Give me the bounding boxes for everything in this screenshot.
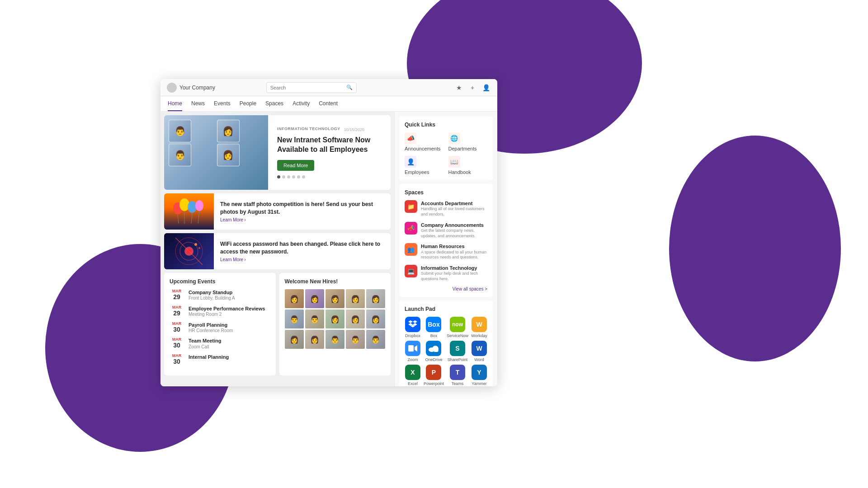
- launchpad-label-zoom: Zoom: [407, 357, 418, 362]
- read-more-button[interactable]: Read More: [277, 160, 314, 171]
- svg-point-18: [435, 348, 439, 352]
- dot-3[interactable]: [287, 175, 290, 178]
- hire-avatar-9: 👩: [346, 310, 365, 328]
- right-sidebar: Quick Links 📣 Announcements 🌐 Department…: [394, 112, 497, 386]
- nav-home[interactable]: Home: [168, 97, 182, 111]
- hire-avatar-3: 👩: [326, 289, 344, 308]
- quick-link-departments[interactable]: 🌐 Departments: [448, 132, 488, 151]
- company-logo[interactable]: Your Company: [167, 83, 215, 93]
- launchpad-box[interactable]: Box Box: [424, 317, 444, 338]
- topbar: Your Company 🔍 ★ + 👤: [160, 79, 497, 96]
- event-day-4: 30: [170, 342, 184, 349]
- announcements-icon: 📣: [405, 132, 416, 144]
- svg-point-13: [194, 243, 197, 246]
- plus-button[interactable]: +: [467, 83, 477, 93]
- nav-events[interactable]: Events: [214, 97, 231, 111]
- nav-news[interactable]: News: [191, 97, 205, 111]
- quick-link-label-employees: Employees: [405, 169, 429, 175]
- event-item-5: MAR 30 Internal Planning: [170, 354, 270, 366]
- launchpad-excel[interactable]: X Excel: [405, 365, 421, 386]
- svg-rect-15: [408, 345, 414, 352]
- nav-people[interactable]: People: [240, 97, 256, 111]
- launchpad-yammer[interactable]: Y Yammer: [471, 365, 487, 386]
- quick-link-employees[interactable]: 👤 Employees: [405, 156, 444, 175]
- sharepoint-icon: S: [450, 341, 465, 356]
- news-card-body-1: The new staff photo competition is here!…: [214, 197, 391, 226]
- dot-5[interactable]: [297, 175, 300, 178]
- hero-dots: [277, 175, 382, 178]
- launchpad-zoom[interactable]: Zoom: [405, 341, 421, 362]
- launchpad-dropbox[interactable]: Dropbox: [405, 317, 421, 338]
- face-box-2: 👩: [217, 120, 240, 142]
- quick-link-announcements[interactable]: 📣 Announcements: [405, 132, 444, 151]
- event-month-2: MAR: [170, 305, 184, 310]
- launchpad-servicenow[interactable]: now ServiceNow: [447, 317, 468, 338]
- nav-spaces[interactable]: Spaces: [265, 97, 283, 111]
- svg-point-1: [179, 198, 189, 211]
- space-item-accounts[interactable]: 📁 Accounts Department Handling all of ou…: [405, 200, 487, 217]
- event-month-4: MAR: [170, 338, 184, 342]
- new-hires-panel: Welcome New Hires! 👩 👩 👩 👩 👩 👨 👨 👩 👩 👩 👩: [279, 273, 391, 375]
- space-item-hr[interactable]: 👥 Human Resources A space dedicated to a…: [405, 243, 487, 260]
- event-day-3: 30: [170, 326, 184, 333]
- hire-avatar-12: 👩: [305, 330, 324, 349]
- quick-links-section: Quick Links 📣 Announcements 🌐 Department…: [399, 116, 493, 180]
- news-card-title-2: WiFi access password has been changed. P…: [220, 240, 384, 256]
- news-card-image-1: [164, 193, 214, 230]
- dot-6[interactable]: [302, 175, 305, 178]
- balloons-background: [164, 193, 214, 230]
- launchpad-onedrive[interactable]: OneDrive: [424, 341, 444, 362]
- quick-links-grid: 📣 Announcements 🌐 Departments 👤 Employee…: [405, 132, 487, 175]
- quick-link-label-departments: Departments: [448, 146, 477, 151]
- launchpad-label-servicenow: ServiceNow: [447, 333, 468, 338]
- navbar: Home News Events People Spaces Activity …: [160, 96, 497, 112]
- event-location-4: Zoom Call: [189, 344, 222, 349]
- user-avatar-button[interactable]: 👤: [481, 83, 491, 93]
- news-card-link-2[interactable]: Learn More ›: [220, 257, 384, 262]
- launchpad-grid: Dropbox Box Box now ServiceNow W Workday: [405, 317, 487, 386]
- search-input[interactable]: [270, 85, 346, 90]
- space-info-it: Information Technology Submit your help …: [421, 265, 487, 282]
- dot-4[interactable]: [292, 175, 295, 178]
- launchpad-label-teams: Teams: [452, 381, 464, 386]
- launchpad-sharepoint[interactable]: S SharePoint: [447, 341, 468, 362]
- space-name-accounts: Accounts Department: [421, 200, 487, 206]
- space-item-announcements[interactable]: 📣 Company Announcements Get the latest c…: [405, 222, 487, 239]
- dot-2[interactable]: [282, 175, 285, 178]
- hero-date: 10/15/2020: [344, 127, 364, 132]
- workday-icon: W: [472, 317, 487, 332]
- search-bar[interactable]: 🔍: [266, 82, 357, 93]
- event-date-1: MAR 29: [170, 289, 184, 301]
- excel-icon: X: [405, 365, 420, 380]
- launchpad-label-onedrive: OneDrive: [425, 357, 442, 362]
- dot-1[interactable]: [277, 175, 280, 178]
- space-name-hr: Human Resources: [421, 243, 487, 249]
- hero-text: INFORMATION TECHNOLOGY 10/15/2020 New In…: [268, 115, 391, 190]
- quick-link-handbook[interactable]: 📖 Handbook: [448, 156, 488, 175]
- star-button[interactable]: ★: [454, 83, 464, 93]
- hero-faces: 👨 👩 👨 👩: [164, 115, 268, 171]
- svg-point-3: [195, 200, 203, 211]
- face-box-4: 👩: [217, 144, 240, 166]
- launchpad-workday[interactable]: W Workday: [471, 317, 487, 338]
- event-name-1: Company Standup: [189, 289, 235, 296]
- hire-avatar-4: 👩: [346, 289, 365, 308]
- view-all-spaces-link[interactable]: View all spaces >: [405, 286, 487, 291]
- launchpad-powerpoint[interactable]: P Powerpoint: [424, 365, 444, 386]
- event-location-3: HR Conference Room: [189, 328, 233, 333]
- space-item-it[interactable]: 💻 Information Technology Submit your hel…: [405, 265, 487, 282]
- quick-link-label-announcements: Announcements: [405, 146, 441, 151]
- hire-avatar-7: 👨: [305, 310, 324, 328]
- hire-avatar-13: 👨: [326, 330, 344, 349]
- news-card-link-1[interactable]: Learn More ›: [220, 217, 384, 222]
- launchpad-word[interactable]: W Word: [471, 341, 487, 362]
- nav-content[interactable]: Content: [319, 97, 338, 111]
- svg-line-7: [198, 211, 199, 224]
- nav-activity[interactable]: Activity: [292, 97, 310, 111]
- launchpad-teams[interactable]: T Teams: [447, 365, 468, 386]
- event-item-1: MAR 29 Company Standup Front Lobby, Buil…: [170, 289, 270, 301]
- hire-avatar-6: 👨: [285, 310, 304, 328]
- space-desc-it: Submit your help desk and tech questions…: [421, 271, 487, 282]
- spaces-title: Spaces: [405, 189, 487, 196]
- event-info-5: Internal Planning: [189, 354, 229, 360]
